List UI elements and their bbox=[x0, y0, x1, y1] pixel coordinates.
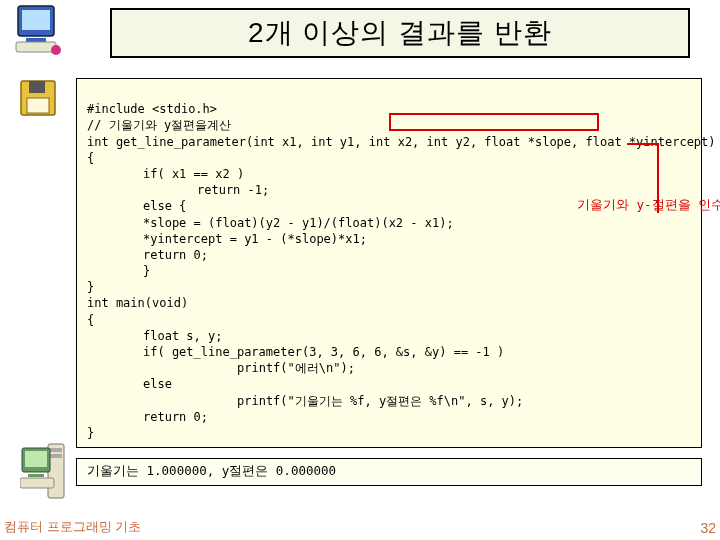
code-line: return 0; bbox=[87, 409, 208, 425]
output-text: 기울기는 1.000000, y절편은 0.000000 bbox=[87, 463, 336, 478]
svg-rect-1 bbox=[22, 10, 50, 30]
code-line: #include <stdio.h> bbox=[87, 102, 217, 116]
computer-clipart-icon bbox=[12, 2, 68, 62]
page-number: 32 bbox=[700, 520, 716, 536]
svg-rect-12 bbox=[25, 451, 47, 467]
code-line: { bbox=[87, 313, 94, 327]
code-listing: #include <stdio.h> // 기울기와 y절편을계산 int ge… bbox=[76, 78, 702, 448]
code-line: printf("기울기는 %f, y절편은 %f\n", s, y); bbox=[87, 393, 523, 409]
code-line: if( get_line_parameter(3, 3, 6, 6, &s, &… bbox=[87, 344, 504, 360]
desktop-tower-clipart-icon bbox=[20, 438, 70, 512]
svg-rect-13 bbox=[28, 474, 44, 477]
code-line: return 0; bbox=[87, 247, 208, 263]
slide-title: 2개 이상의 결과를 반환 bbox=[110, 8, 690, 58]
title-text: 2개 이상의 결과를 반환 bbox=[248, 14, 552, 52]
code-line: { bbox=[87, 151, 94, 165]
svg-rect-7 bbox=[27, 98, 49, 113]
svg-rect-14 bbox=[20, 478, 54, 488]
code-line: printf("에러\n"); bbox=[87, 360, 355, 376]
code-line: float s, y; bbox=[87, 328, 222, 344]
svg-rect-9 bbox=[50, 448, 62, 452]
code-line: int main(void) bbox=[87, 296, 188, 310]
code-line: else bbox=[87, 376, 172, 392]
code-line: } bbox=[87, 426, 94, 440]
code-line: if( x1 == x2 ) bbox=[87, 166, 244, 182]
code-line: int get_line_parameter(int x1, int y1, i… bbox=[87, 135, 716, 149]
code-line: // 기울기와 y절편을계산 bbox=[87, 118, 231, 132]
footer-text: 컴퓨터 프로그래밍 기초 bbox=[4, 518, 141, 536]
svg-rect-3 bbox=[16, 42, 56, 52]
code-line: *yintercept = y1 - (*slope)*x1; bbox=[87, 231, 367, 247]
code-line: } bbox=[87, 263, 150, 279]
code-line: *slope = (float)(y2 - y1)/(float)(x2 - x… bbox=[87, 215, 454, 231]
svg-point-4 bbox=[51, 45, 61, 55]
svg-rect-2 bbox=[26, 38, 46, 42]
code-line: } bbox=[87, 280, 94, 294]
svg-rect-10 bbox=[50, 454, 62, 458]
code-line: return -1; bbox=[87, 182, 269, 198]
floppy-clipart-icon bbox=[18, 78, 60, 124]
highlight-box bbox=[389, 113, 599, 131]
annotation-text: 기울기와 y-절편을 인수로 전달 bbox=[577, 197, 720, 214]
code-line: else { bbox=[87, 198, 186, 214]
svg-rect-6 bbox=[29, 81, 45, 93]
output-listing: 기울기는 1.000000, y절편은 0.000000 bbox=[76, 458, 702, 486]
